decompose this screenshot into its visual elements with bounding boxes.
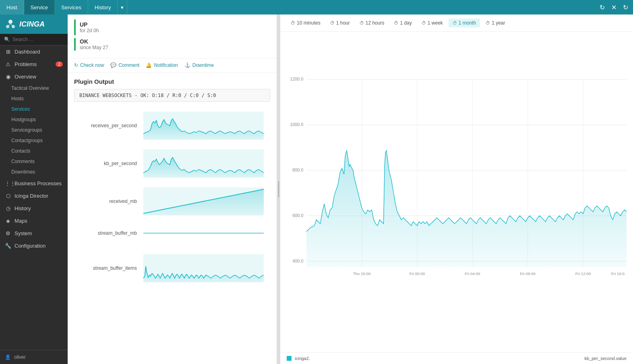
sidebar-user[interactable]: 👤 oliver xyxy=(0,350,68,364)
time-label-1year: 1 year xyxy=(492,20,505,26)
sidebar-item-hostgroups[interactable]: Hostgroups xyxy=(0,114,68,125)
nav-refresh-btn[interactable]: ↻ xyxy=(621,2,630,13)
sparkline-stream-buffer-items xyxy=(143,254,264,282)
time-btn-1year[interactable]: ⏱ 1 year xyxy=(482,19,509,27)
sidebar-label-system: System xyxy=(14,230,32,236)
time-label-1month: 1 month xyxy=(459,20,476,26)
legend-label: icinga2. xyxy=(295,356,310,361)
tab-dropdown[interactable]: ▾ xyxy=(118,0,127,14)
services-label: Services xyxy=(11,106,30,112)
time-btn-1month[interactable]: ⏱ 1 month xyxy=(449,19,480,27)
sidebar-item-overview[interactable]: ◉ Overview xyxy=(0,70,68,83)
sidebar-item-maps[interactable]: ◈ Maps xyxy=(0,215,68,227)
plugin-output-title: Plugin Output xyxy=(74,78,270,85)
sidebar-item-history[interactable]: ◷ History xyxy=(0,202,68,215)
comment-btn[interactable]: 💬 Comment xyxy=(110,62,139,68)
time-label-1hour: 1 hour xyxy=(336,20,350,26)
sidebar: ICINGA 🔍 ✕ ⊞ Dashboard ⚠ Problems 2 ◉ Ov… xyxy=(0,14,68,364)
clock-icon-1year: ⏱ xyxy=(486,21,490,25)
status-up-row: UP for 2d 0h xyxy=(74,19,270,35)
sidebar-item-comments[interactable]: Comments xyxy=(0,156,68,167)
time-btn-12hours[interactable]: ⏱ 12 hours xyxy=(356,19,389,27)
tab-host-label: Host xyxy=(6,4,17,10)
resize-handle[interactable] xyxy=(277,14,280,364)
sidebar-item-configuration[interactable]: 🔧 Configuration xyxy=(0,240,68,252)
sidebar-item-contactgroups[interactable]: Contactgroups xyxy=(0,135,68,146)
business-processes-icon: ⋮⋮ xyxy=(5,180,11,186)
check-now-label: Check now xyxy=(80,62,104,68)
time-label-12hours: 12 hours xyxy=(366,20,385,26)
status-bar: UP for 2d 0h OK since May 27 xyxy=(68,14,277,58)
sidebar-item-services[interactable]: Services xyxy=(0,104,68,114)
tab-history-label: History xyxy=(95,4,111,10)
time-btn-10min[interactable]: ⏱ 10 minutes xyxy=(287,19,325,27)
sidebar-label-dashboard: Dashboard xyxy=(14,49,40,55)
nav-reload-btn[interactable]: ↻ xyxy=(598,2,606,13)
problems-icon: ⚠ xyxy=(5,61,11,67)
time-label-10min: 10 minutes xyxy=(297,20,321,26)
metric-label-stream-buffer-items: stream_buffer_items xyxy=(81,265,137,271)
sidebar-label-business-processes: Business Processes xyxy=(14,180,62,186)
chart-legend: icinga2. kb_per_second.value xyxy=(280,352,633,364)
sidebar-item-hosts[interactable]: Hosts xyxy=(0,93,68,104)
tab-service[interactable]: Service xyxy=(24,0,55,14)
sidebar-item-tactical-overview[interactable]: Tactical Overview xyxy=(0,83,68,93)
history-icon: ◷ xyxy=(5,205,11,211)
content-area: UP for 2d 0h OK since May 27 ↻ Check now xyxy=(68,14,633,364)
time-btn-1day[interactable]: ⏱ 1 day xyxy=(390,19,416,27)
time-label-1day: 1 day xyxy=(400,20,412,26)
tab-services[interactable]: Services xyxy=(55,0,88,14)
tactical-overview-label: Tactical Overview xyxy=(11,85,49,91)
plugin-output-box: BINANCE WEBSOCKETS - OK: O:18 / R:0 / C:… xyxy=(74,89,270,102)
sidebar-item-problems[interactable]: ⚠ Problems 2 xyxy=(0,58,68,70)
downtime-icon: ⚓ xyxy=(184,62,190,68)
contactgroups-label: Contactgroups xyxy=(11,138,43,143)
system-icon: ⚙ xyxy=(5,230,11,236)
svg-text:Fri 16:0: Fri 16:0 xyxy=(611,271,625,276)
nav-close-btn[interactable]: ✕ xyxy=(610,2,618,13)
check-now-icon: ↻ xyxy=(74,62,78,68)
sidebar-item-servicegroups[interactable]: Servicegroups xyxy=(0,125,68,135)
svg-text:1200.0: 1200.0 xyxy=(290,77,303,81)
tab-host[interactable]: Host xyxy=(0,0,24,14)
svg-text:600.0: 600.0 xyxy=(292,213,303,218)
legend-value-label: kb_per_second.value xyxy=(584,356,627,361)
icinga-director-icon: ⬡ xyxy=(5,193,11,199)
metric-stream-buffer-items: stream_buffer_items xyxy=(74,251,270,289)
sidebar-nav: ⊞ Dashboard ⚠ Problems 2 ◉ Overview Tact… xyxy=(0,46,68,252)
time-btn-1hour[interactable]: ⏱ 1 hour xyxy=(326,19,354,27)
downtime-btn[interactable]: ⚓ Downtime xyxy=(184,62,214,68)
metric-receives-per-second: receives_per_second xyxy=(74,108,270,146)
tab-service-label: Service xyxy=(31,4,48,10)
notification-icon: 🔔 xyxy=(146,62,152,68)
comments-label: Comments xyxy=(11,159,35,164)
sparkline-receives xyxy=(143,112,264,140)
sidebar-item-system[interactable]: ⚙ System xyxy=(0,227,68,240)
sidebar-item-business-processes[interactable]: ⋮⋮ Business Processes xyxy=(0,177,68,190)
sidebar-item-contacts[interactable]: Contacts xyxy=(0,146,68,156)
sidebar-item-downtimes[interactable]: Downtimes xyxy=(0,167,68,177)
svg-text:Fri 04:00: Fri 04:00 xyxy=(465,271,480,276)
notification-btn[interactable]: 🔔 Notification xyxy=(146,62,178,68)
tab-history[interactable]: History xyxy=(88,0,118,14)
sparkline-kb xyxy=(143,149,264,178)
dashboard-icon: ⊞ xyxy=(5,49,11,55)
check-now-btn[interactable]: ↻ Check now xyxy=(74,62,104,68)
contacts-label: Contacts xyxy=(11,148,30,154)
main-layout: ICINGA 🔍 ✕ ⊞ Dashboard ⚠ Problems 2 ◉ Ov… xyxy=(0,14,633,364)
status-up-text: UP for 2d 0h xyxy=(80,21,99,33)
metric-kb-per-second: kb_per_second xyxy=(74,146,270,184)
time-btn-1week[interactable]: ⏱ 1 week xyxy=(418,19,447,27)
chart-panel: ⏱ 10 minutes ⏱ 1 hour ⏱ 12 hours ⏱ 1 day… xyxy=(280,14,633,364)
clock-icon-1day: ⏱ xyxy=(394,21,398,25)
metric-label-received-mb: received_mb xyxy=(81,199,137,204)
search-input[interactable] xyxy=(12,37,68,42)
metric-label-kb: kb_per_second xyxy=(81,161,137,166)
sidebar-item-dashboard[interactable]: ⊞ Dashboard xyxy=(0,46,68,58)
servicegroups-label: Servicegroups xyxy=(11,127,42,133)
clock-icon-1month: ⏱ xyxy=(453,21,457,25)
maps-icon: ◈ xyxy=(5,218,11,224)
sidebar-item-icinga-director[interactable]: ⬡ Icinga Director xyxy=(0,190,68,202)
top-nav: Host Service Services History ▾ ↻ ✕ ↻ xyxy=(0,0,633,14)
icinga-logo-icon xyxy=(5,19,16,30)
